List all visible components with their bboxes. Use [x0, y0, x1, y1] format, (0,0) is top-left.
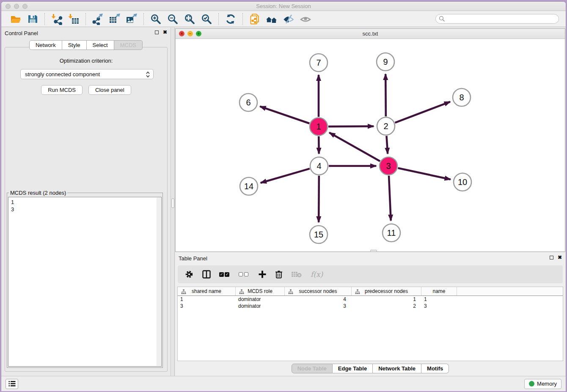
network-view-title: scc.txt — [176, 29, 565, 39]
tab-network[interactable]: Network — [29, 40, 62, 50]
node-table[interactable]: shared nameMCDS rolesuccessor nodesprede… — [177, 287, 563, 361]
cell-shared-name[interactable]: 3 — [178, 303, 236, 309]
node-label-15: 15 — [314, 230, 323, 239]
refresh-view-icon[interactable] — [224, 13, 237, 25]
criterion-dropdown-value: strongly connected component — [25, 71, 100, 77]
table-tab-motifs[interactable]: Motifs — [421, 364, 449, 373]
hide-selected-icon[interactable] — [282, 13, 295, 25]
mcds-result-area[interactable]: 1 3 — [8, 197, 162, 367]
table-tab-edge-table[interactable]: Edge Table — [333, 364, 373, 373]
edge-1-2[interactable] — [328, 126, 374, 127]
duplicate-network-icon[interactable] — [248, 13, 261, 25]
network-view-window: × − + scc.txt 7968124314101511 — [175, 28, 565, 252]
export-image-icon[interactable] — [125, 13, 138, 25]
close-panel-button[interactable]: Close panel — [88, 85, 131, 95]
network-window-controls[interactable]: × − + — [179, 31, 201, 36]
maximize-window-button[interactable] — [22, 4, 28, 9]
result-scrollbar[interactable] — [157, 198, 161, 366]
zoom-out-icon[interactable] — [166, 13, 179, 25]
table-tabs: Node TableEdge TableNetwork TableMotifs — [175, 364, 565, 373]
delete-column-icon[interactable] — [275, 268, 283, 281]
table-row[interactable]: 3dominator323 — [178, 303, 563, 309]
cell-successor-nodes[interactable]: 4 — [285, 296, 352, 302]
window-controls[interactable] — [6, 4, 28, 9]
search-input[interactable] — [435, 14, 559, 24]
zoom-fit-icon[interactable] — [183, 13, 196, 25]
control-panel-header: Control Panel ✖ — [1, 28, 171, 39]
minimize-window-button[interactable] — [14, 4, 19, 9]
app-window: Session: New Session — [1, 1, 566, 391]
unselect-all-icon[interactable] — [239, 268, 250, 281]
cell-name[interactable]: 3 — [421, 303, 457, 309]
cell-MCDS-role[interactable]: dominator — [236, 303, 285, 309]
zoom-view-button[interactable]: + — [196, 31, 201, 36]
import-table-icon[interactable] — [67, 13, 80, 25]
show-all-icon[interactable] — [299, 13, 312, 25]
edge-2-8[interactable] — [395, 102, 450, 123]
task-list-icon — [8, 381, 16, 387]
float-table-panel-icon[interactable] — [550, 256, 553, 259]
edge-3-11[interactable] — [389, 176, 391, 221]
column-header-successor-nodes[interactable]: successor nodes — [285, 287, 352, 295]
export-table-icon[interactable] — [108, 13, 121, 25]
toolbar-separator — [143, 13, 144, 25]
run-mcds-button[interactable]: Run MCDS — [41, 85, 83, 95]
close-window-button[interactable] — [6, 4, 11, 9]
open-session-icon[interactable] — [9, 13, 22, 25]
memory-button[interactable]: Memory — [524, 379, 561, 389]
network-graph[interactable]: 7968124314101511 — [176, 39, 565, 251]
save-session-icon[interactable] — [26, 13, 39, 25]
column-header-MCDS-role[interactable]: MCDS role — [236, 287, 285, 295]
network-canvas[interactable]: 7968124314101511 — [176, 39, 565, 251]
cell-predecessor-nodes[interactable]: 1 — [352, 296, 421, 302]
table-tab-network-table[interactable]: Network Table — [373, 364, 421, 373]
zoom-selected-icon[interactable] — [200, 13, 213, 25]
table-body: 1dominator4113dominator323 — [178, 296, 563, 309]
column-header-name[interactable]: name — [421, 287, 457, 295]
first-neighbors-icon[interactable] — [265, 13, 278, 25]
edge-4-15[interactable] — [319, 176, 319, 222]
column-label: MCDS role — [248, 288, 272, 294]
search-field[interactable] — [435, 14, 559, 24]
network-resize-grip[interactable] — [370, 250, 377, 252]
gear-icon[interactable] — [184, 268, 194, 281]
edge-2-3[interactable] — [386, 136, 388, 154]
cell-shared-name[interactable]: 1 — [178, 296, 236, 302]
close-view-button[interactable]: × — [179, 31, 184, 36]
table-tab-node-table[interactable]: Node Table — [292, 364, 333, 373]
add-column-icon[interactable] — [258, 268, 267, 281]
table-panel-title: Table Panel — [179, 255, 207, 262]
edge-3-1[interactable] — [329, 133, 380, 161]
tab-style[interactable]: Style — [62, 40, 87, 50]
table-row[interactable]: 1dominator411 — [178, 296, 563, 303]
column-header-predecessor-nodes[interactable]: predecessor nodes — [352, 287, 421, 295]
zoom-in-icon[interactable] — [149, 13, 162, 25]
cell-MCDS-role[interactable]: dominator — [236, 296, 285, 302]
splitter-grip[interactable] — [171, 199, 174, 208]
edge-4-14[interactable] — [261, 168, 310, 183]
node-label-8: 8 — [459, 93, 464, 102]
node-label-6: 6 — [246, 98, 250, 107]
close-table-panel-icon[interactable]: ✖ — [558, 255, 562, 259]
panel-splitter[interactable] — [171, 28, 175, 376]
task-history-button[interactable] — [6, 379, 18, 389]
import-network-icon[interactable] — [50, 13, 63, 25]
select-all-icon[interactable]: ✓✓ — [219, 268, 230, 281]
cell-successor-nodes[interactable]: 3 — [285, 303, 352, 309]
mcds-panel: Optimization criterion: strongly connect… — [5, 47, 168, 372]
criterion-dropdown[interactable]: strongly connected component — [20, 69, 154, 79]
columns-icon[interactable] — [202, 268, 211, 281]
edge-1-6[interactable] — [260, 106, 309, 123]
cell-name[interactable]: 1 — [421, 296, 457, 302]
edge-2-9[interactable] — [385, 74, 386, 116]
tab-select[interactable]: Select — [87, 40, 114, 50]
export-network-icon[interactable] — [91, 13, 105, 25]
minimize-view-button[interactable]: − — [187, 31, 193, 36]
column-header-shared-name[interactable]: shared name — [178, 287, 236, 295]
float-panel-icon[interactable] — [155, 30, 159, 34]
column-label: shared name — [192, 288, 221, 294]
close-panel-icon[interactable]: ✖ — [163, 30, 167, 34]
tab-mcds[interactable]: MCDS — [114, 40, 143, 50]
edge-3-10[interactable] — [398, 168, 450, 179]
cell-predecessor-nodes[interactable]: 2 — [352, 303, 421, 309]
